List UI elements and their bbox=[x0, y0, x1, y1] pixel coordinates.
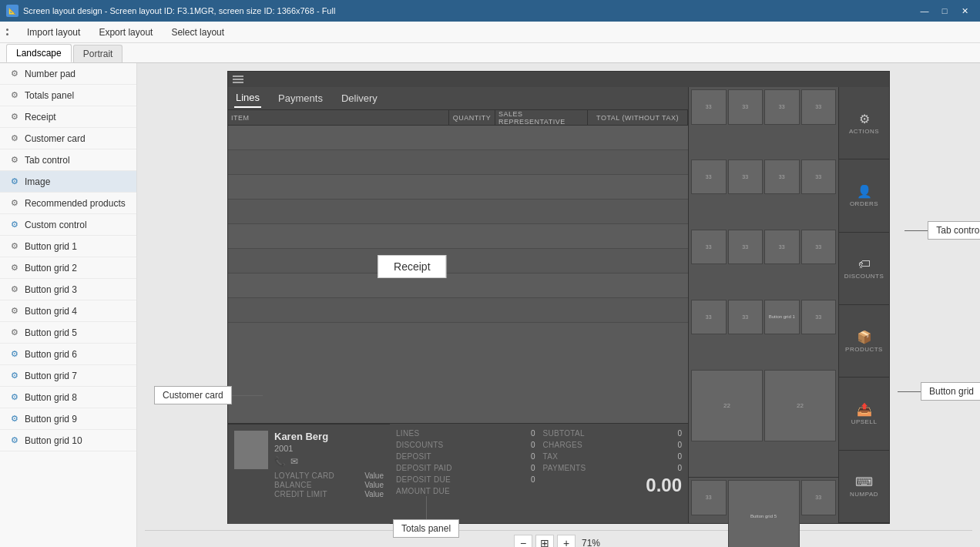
total-payments: PAYMENTS 0 bbox=[543, 463, 683, 473]
gear-icon: ⚙ bbox=[9, 306, 20, 317]
canvas-tab-delivery[interactable]: Delivery bbox=[340, 89, 379, 107]
minimize-button[interactable]: — bbox=[915, 3, 934, 18]
callout-customer-card: Customer card bbox=[154, 386, 232, 404]
gear-icon: ⚙ bbox=[9, 112, 20, 122]
grid-cell[interactable]: 33 bbox=[801, 159, 837, 195]
action-btn-actions[interactable]: ⚙ ACTIONS bbox=[839, 87, 889, 159]
grid-cell[interactable]: 33 bbox=[728, 89, 764, 125]
sidebar-item-button-grid-7[interactable]: ⚙ Button grid 7 bbox=[0, 365, 136, 387]
sidebar-label-number-pad: Number pad bbox=[25, 69, 76, 79]
sidebar-label-custom-control: Custom control bbox=[25, 220, 87, 230]
menu-select-layout[interactable]: Select layout bbox=[168, 25, 227, 39]
customer-card-panel: Karen Berg 2001 📞 ✉ LOYALTY CARD bbox=[228, 424, 390, 524]
menu-import-layout[interactable]: Import layout bbox=[24, 25, 83, 39]
actions-label: ACTIONS bbox=[849, 128, 879, 135]
sidebar-item-totals-panel[interactable]: ⚙ Totals panel bbox=[0, 85, 136, 106]
grid-cell-bottom-bg5[interactable]: Button grid 5 bbox=[728, 480, 800, 547]
gear-icon-blue: ⚙ bbox=[9, 349, 20, 360]
action-btn-discounts[interactable]: 🏷 DISCOUNTS bbox=[839, 233, 889, 305]
close-button[interactable]: ✕ bbox=[955, 3, 974, 18]
sidebar-label-totals-panel: Totals panel bbox=[25, 90, 74, 101]
grid-cell[interactable]: 33 bbox=[691, 159, 727, 195]
sidebar-item-number-pad[interactable]: ⚙ Number pad bbox=[0, 63, 136, 85]
canvas-nav-tabs: Lines Payments Delivery bbox=[228, 87, 688, 110]
canvas-tab-payments[interactable]: Payments bbox=[277, 89, 324, 107]
total-deposit-due: DEPOSIT DUE 0 bbox=[396, 475, 535, 485]
grid-cell[interactable]: 33 bbox=[728, 230, 764, 265]
grid-cell[interactable]: 33 bbox=[691, 89, 727, 125]
customer-avatar bbox=[234, 431, 268, 469]
sidebar-item-tab-control[interactable]: ⚙ Tab control bbox=[0, 149, 136, 171]
menu-export-layout[interactable]: Export layout bbox=[96, 25, 156, 39]
sidebar-item-button-grid-2[interactable]: ⚙ Button grid 2 bbox=[0, 257, 136, 279]
canvas-tab-lines[interactable]: Lines bbox=[234, 89, 261, 108]
sidebar-item-button-grid-9[interactable]: ⚙ Button grid 9 bbox=[0, 408, 136, 430]
zoom-plus-button[interactable]: + bbox=[557, 535, 576, 548]
deposit-due-label: DEPOSIT DUE bbox=[396, 475, 451, 484]
grid-cell-labeled[interactable]: Button grid 1 bbox=[764, 300, 800, 335]
grid-cell[interactable]: 22 bbox=[764, 370, 836, 441]
grid-cell[interactable]: 33 bbox=[691, 230, 727, 265]
grid-cell[interactable]: 33 bbox=[764, 159, 800, 195]
discounts-value: 0 bbox=[531, 441, 535, 449]
zoom-fit-button[interactable]: ⊞ bbox=[535, 535, 554, 548]
grid-cell[interactable]: 33 bbox=[764, 89, 800, 125]
action-btn-numpad[interactable]: ⌨ NUMPAD bbox=[839, 451, 889, 523]
receipt-rows bbox=[228, 126, 688, 423]
sidebar-item-button-grid-10[interactable]: ⚙ Button grid 10 bbox=[0, 430, 136, 451]
col-header-sales: SALES REPRESENTATIVE bbox=[495, 110, 588, 125]
sidebar-item-button-grid-5[interactable]: ⚙ Button grid 5 bbox=[0, 322, 136, 344]
total-charges: CHARGES 0 bbox=[543, 440, 683, 450]
sidebar-item-customer-card[interactable]: ⚙ Customer card bbox=[0, 128, 136, 149]
action-btn-orders[interactable]: 👤 ORDERS bbox=[839, 159, 889, 232]
grid-cell[interactable]: 33 bbox=[801, 230, 837, 265]
grid-cell[interactable]: 33 bbox=[801, 300, 837, 335]
button-grid-bottom: 33 Button grid 5 33 bbox=[689, 477, 838, 523]
sidebar-item-button-grid-6[interactable]: ⚙ Button grid 6 bbox=[0, 344, 136, 365]
customer-info: Karen Berg 2001 📞 ✉ LOYALTY CARD bbox=[274, 431, 384, 518]
sidebar-item-receipt[interactable]: ⚙ Receipt bbox=[0, 106, 136, 128]
grid-cell[interactable]: 33 bbox=[691, 300, 727, 335]
total-discounts: DISCOUNTS 0 bbox=[396, 440, 535, 450]
bottom-toolbar: − ⊞ + 71% bbox=[145, 530, 972, 547]
tab-portrait[interactable]: Portrait bbox=[73, 45, 123, 62]
grid-cell[interactable]: 22 bbox=[691, 370, 763, 441]
orientation-tab-bar: Landscape Portrait bbox=[0, 43, 980, 63]
tax-label: TAX bbox=[543, 452, 559, 461]
sidebar-item-button-grid-8[interactable]: ⚙ Button grid 8 bbox=[0, 387, 136, 408]
grid-cell-bottom[interactable]: 33 bbox=[691, 480, 727, 515]
grid-cell[interactable]: 33 bbox=[801, 89, 837, 125]
zoom-minus-button[interactable]: − bbox=[514, 535, 532, 548]
totals-right-col: SUBTOTAL 0 CHARGES 0 TAX bbox=[543, 428, 683, 518]
sidebar-item-custom-control[interactable]: ⚙ Custom control bbox=[0, 214, 136, 236]
total-deposit-paid: DEPOSIT PAID 0 bbox=[396, 463, 535, 473]
grid-cell[interactable]: 33 bbox=[728, 300, 764, 335]
sidebar-item-recommended-products[interactable]: ⚙ Recommended products bbox=[0, 193, 136, 214]
sidebar-label-button-grid-6: Button grid 6 bbox=[25, 349, 77, 360]
total-deposit: DEPOSIT 0 bbox=[396, 451, 535, 461]
deposit-due-value: 0 bbox=[531, 475, 535, 484]
canvas: Lines Payments Delivery ITEM QUANTITY SA… bbox=[227, 71, 890, 524]
sidebar-item-button-grid-4[interactable]: ⚙ Button grid 4 bbox=[0, 300, 136, 322]
gear-icon: ⚙ bbox=[9, 198, 20, 209]
grid-cell-bottom[interactable]: 33 bbox=[801, 480, 837, 515]
sidebar-item-button-grid-1[interactable]: ⚙ Button grid 1 bbox=[0, 236, 136, 257]
action-btn-upsell[interactable]: 📤 UPSELL bbox=[839, 378, 889, 450]
zoom-level-text: 71% bbox=[582, 538, 600, 548]
sidebar-label-image: Image bbox=[25, 176, 50, 187]
total-tax: TAX 0 bbox=[543, 451, 683, 461]
grid-cell[interactable]: 33 bbox=[764, 230, 800, 265]
tab-landscape[interactable]: Landscape bbox=[6, 44, 72, 62]
grid-cell[interactable]: 33 bbox=[728, 159, 764, 195]
gear-icon: ⚙ bbox=[9, 133, 20, 144]
gear-icon: ⚙ bbox=[9, 263, 20, 274]
sidebar-item-button-grid-3[interactable]: ⚙ Button grid 3 bbox=[0, 279, 136, 300]
payments-label: PAYMENTS bbox=[543, 464, 586, 472]
maximize-button[interactable]: □ bbox=[935, 3, 954, 18]
hamburger-icon bbox=[233, 76, 243, 83]
customer-name: Karen Berg bbox=[274, 431, 384, 442]
sidebar-item-image[interactable]: ⚙ Image bbox=[0, 171, 136, 193]
action-btn-products[interactable]: 📦 PRODUCTS bbox=[839, 305, 889, 378]
table-row bbox=[228, 298, 688, 323]
bottom-section: Karen Berg 2001 📞 ✉ LOYALTY CARD bbox=[228, 423, 688, 523]
